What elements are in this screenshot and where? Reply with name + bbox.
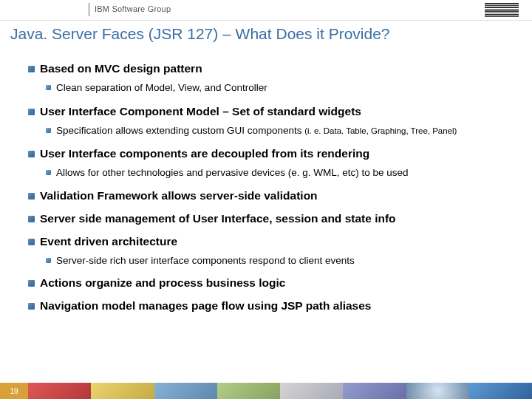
footer-graphic-strip [28, 383, 532, 399]
bullet-l2: Clean separation of Model, View, and Con… [46, 81, 519, 95]
footer-tile [91, 383, 154, 399]
footer-tile [28, 383, 91, 399]
header-divider [89, 3, 89, 16]
footer-tile [343, 383, 406, 399]
header-group-label: IBM Software Group [95, 4, 171, 13]
ibm-logo [485, 3, 519, 17]
footer-tile [217, 383, 280, 399]
footer-tile [154, 383, 217, 399]
bullet-l1: Actions organize and process business lo… [28, 276, 519, 290]
bullet-paren: (i. e. Data. Table, Graphing, Tree, Pane… [304, 126, 457, 135]
bullet-l1: Server side management of User Interface… [28, 212, 519, 225]
slide-title: Java. Server Faces (JSR 127) – What Does… [10, 25, 522, 43]
bullet-l2: Specification allows extending custom GU… [46, 124, 519, 137]
slide-body: Based on MVC design pattern Clean separa… [0, 50, 532, 313]
bullet-l1: Navigation model manages page flow using… [28, 299, 519, 313]
bullet-l1: Validation Framework allows server-side … [28, 189, 519, 202]
bullet-l2: Allows for other technologies and pervas… [46, 166, 519, 180]
slide-header: IBM Software Group [0, 0, 532, 21]
footer-tile [280, 383, 343, 399]
footer-tile [469, 383, 532, 399]
bullet-l1: Based on MVC design pattern [28, 62, 519, 75]
title-bar: Java. Server Faces (JSR 127) – What Does… [0, 21, 532, 50]
bullet-l1: User Interface Component Model – Set of … [28, 105, 519, 118]
bullet-l1: Event driven architecture [28, 235, 519, 248]
footer-tile [406, 383, 469, 399]
slide-footer: 19 [0, 383, 532, 399]
bullet-text: Specification allows extending custom GU… [56, 125, 304, 136]
bullet-l2: Server-side rich user interface componen… [46, 254, 519, 267]
bullet-l1: User Interface components are decoupled … [28, 147, 519, 160]
page-number: 19 [0, 383, 28, 399]
